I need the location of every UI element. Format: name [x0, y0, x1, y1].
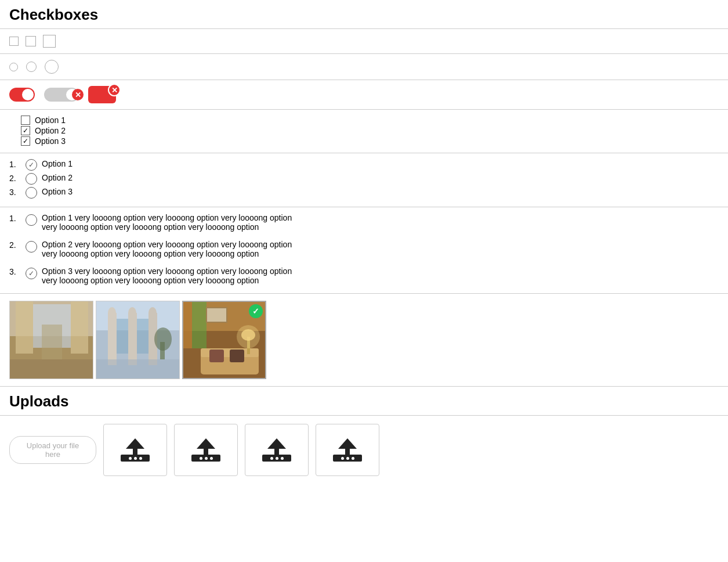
- upload-button-4[interactable]: [316, 424, 379, 476]
- list-item: Option 3: [9, 187, 719, 199]
- upload-icon: [262, 438, 291, 462]
- svg-rect-16: [117, 319, 128, 354]
- x-white-icon: ✕: [108, 84, 121, 96]
- radio2-simple-label: Option 2: [42, 173, 73, 182]
- checkboxes-row: [0, 29, 728, 54]
- svg-point-31: [237, 325, 260, 348]
- radio2-long-label: Option 2 very loooong option very loooon…: [42, 240, 299, 258]
- list-item: Option 1: [21, 116, 719, 125]
- checkbox-medium[interactable]: [26, 36, 36, 46]
- toggle-red-x-button[interactable]: ✕: [88, 86, 116, 103]
- option1-label: Option 1: [35, 116, 66, 125]
- checkbox-small[interactable]: [9, 37, 19, 46]
- svg-rect-11: [128, 313, 137, 365]
- toggle-on[interactable]: [9, 88, 35, 102]
- radio1-simple[interactable]: [26, 159, 37, 171]
- gallery-image-1[interactable]: [9, 301, 93, 379]
- radio2-simple[interactable]: [26, 173, 37, 185]
- toggle-row: ✕ ✕: [0, 80, 728, 110]
- upload-button-1[interactable]: [103, 424, 167, 476]
- image-gallery: ✓: [0, 294, 728, 387]
- svg-rect-26: [209, 350, 224, 362]
- list-item: Option 2: [9, 173, 719, 185]
- radio3-long-label: Option 3 very loooong option very loooon…: [42, 266, 299, 285]
- upload-button-2[interactable]: [174, 424, 238, 476]
- gallery-image-3[interactable]: ✓: [182, 301, 266, 379]
- x-badge-icon: ✕: [72, 89, 84, 100]
- svg-rect-6: [10, 359, 93, 379]
- radio-small[interactable]: [9, 63, 18, 71]
- numbered-radio-long-section: Option 1 very loooong option very loooon…: [0, 207, 728, 294]
- svg-point-12: [128, 307, 136, 319]
- svg-rect-5: [42, 325, 62, 359]
- selected-check-icon: ✓: [249, 304, 263, 318]
- option3-label: Option 3: [35, 136, 66, 146]
- option1-checkbox[interactable]: [21, 116, 30, 125]
- upload-text-input[interactable]: Upload your file here: [9, 436, 96, 464]
- svg-rect-23: [183, 302, 192, 348]
- list-item: Option 1 very loooong option very loooon…: [9, 213, 299, 232]
- uploads-title: Uploads: [0, 387, 728, 416]
- svg-rect-30: [207, 308, 227, 322]
- radio3-simple[interactable]: [26, 187, 37, 199]
- option2-checkbox[interactable]: [21, 126, 30, 135]
- upload-button-3[interactable]: [245, 424, 309, 476]
- list-item: Option 2 very loooong option very loooon…: [9, 240, 299, 258]
- numbered-radio-simple-list: Option 1 Option 2 Option 3: [9, 159, 719, 199]
- radio-medium[interactable]: [26, 62, 37, 72]
- radios-row: [0, 54, 728, 80]
- upload-icon: [333, 438, 362, 462]
- radio-large[interactable]: [45, 60, 59, 74]
- radio1-long[interactable]: [26, 214, 37, 226]
- checkbox-large[interactable]: [43, 35, 56, 48]
- list-item: Option 3: [21, 136, 719, 146]
- list-item: Option 1: [9, 159, 719, 171]
- upload-icon: [121, 438, 150, 462]
- svg-rect-15: [96, 359, 180, 379]
- radio1-long-label: Option 1 very loooong option very loooon…: [42, 213, 299, 232]
- list-item: Option 3 very loooong option very loooon…: [9, 266, 299, 285]
- radio3-simple-label: Option 3: [42, 187, 73, 196]
- svg-rect-17: [137, 319, 149, 354]
- option2-label: Option 2: [35, 126, 66, 135]
- radio3-long[interactable]: [26, 268, 37, 279]
- toggle-off-x[interactable]: ✕: [44, 88, 79, 102]
- gallery-image-2[interactable]: [96, 301, 180, 379]
- numbered-radio-long-list: Option 1 very loooong option very loooon…: [9, 213, 299, 285]
- svg-point-10: [108, 307, 116, 319]
- svg-point-14: [149, 307, 157, 319]
- svg-rect-2: [16, 301, 33, 354]
- radio2-long[interactable]: [26, 241, 37, 253]
- numbered-radio-simple-section: Option 1 Option 2 Option 3: [0, 153, 728, 207]
- upload-icon: [191, 438, 220, 462]
- svg-rect-9: [108, 313, 117, 365]
- radio1-simple-label: Option 1: [42, 159, 73, 168]
- bullet-options-section: Option 1 Option 2 Option 3: [0, 110, 728, 153]
- option3-checkbox[interactable]: [21, 136, 30, 146]
- svg-rect-27: [230, 350, 244, 362]
- svg-rect-3: [71, 301, 88, 354]
- page-title: Checkboxes: [0, 0, 728, 29]
- svg-point-19: [154, 327, 172, 351]
- list-item: Option 2: [21, 126, 719, 135]
- uploads-section: Upload your file here: [0, 416, 728, 484]
- bullet-options-list: Option 1 Option 2 Option 3: [9, 116, 719, 146]
